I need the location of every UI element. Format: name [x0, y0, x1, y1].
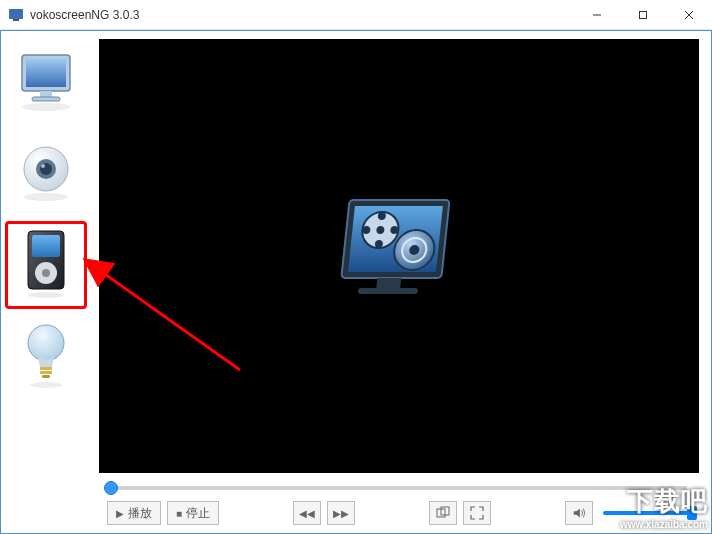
svg-rect-1 — [13, 19, 19, 21]
watermark-title: 下载吧 — [620, 484, 708, 519]
window-mode-button[interactable] — [429, 501, 457, 525]
svg-point-19 — [42, 269, 50, 277]
fullscreen-button[interactable] — [463, 501, 491, 525]
minimize-button[interactable] — [574, 0, 620, 29]
overlap-icon — [436, 506, 450, 520]
window-controls — [574, 0, 712, 29]
forward-button[interactable]: ▶▶ — [327, 501, 355, 525]
player-controls: ▶ 播放 ■ 停止 ◀◀ ▶▶ — [99, 473, 699, 533]
svg-point-14 — [41, 164, 45, 168]
svg-rect-22 — [40, 367, 52, 370]
stop-label: 停止 — [186, 505, 210, 522]
stop-button[interactable]: ■ 停止 — [167, 501, 219, 525]
svg-rect-24 — [42, 375, 50, 378]
svg-rect-8 — [40, 91, 52, 97]
svg-point-20 — [28, 292, 64, 298]
speaker-icon — [572, 506, 586, 520]
svg-point-21 — [28, 325, 64, 361]
rewind-icon: ◀◀ — [299, 508, 315, 519]
ipod-icon — [16, 229, 76, 301]
maximize-button[interactable] — [620, 0, 666, 29]
play-button[interactable]: ▶ 播放 — [107, 501, 161, 525]
lightbulb-icon — [18, 321, 74, 393]
svg-rect-28 — [376, 278, 401, 288]
mute-button[interactable] — [565, 501, 593, 525]
svg-rect-3 — [640, 11, 647, 18]
sidebar-item-misc[interactable] — [5, 313, 87, 401]
titlebar: vokoscreenNG 3.0.3 — [0, 0, 712, 30]
preview-logo-icon — [329, 186, 469, 326]
svg-point-25 — [30, 382, 62, 388]
app-icon — [8, 7, 24, 23]
svg-point-15 — [24, 193, 68, 201]
video-panel: ▶ 播放 ■ 停止 ◀◀ ▶▶ — [91, 31, 711, 533]
play-label: 播放 — [128, 505, 152, 522]
monitor-icon — [14, 49, 78, 113]
seek-slider[interactable] — [107, 479, 691, 497]
fullscreen-icon — [470, 506, 484, 520]
sidebar-item-player[interactable] — [5, 221, 87, 309]
play-icon: ▶ — [116, 508, 124, 519]
watermark: 下载吧 www.xiazaiba.com — [620, 484, 708, 530]
sidebar — [1, 31, 91, 533]
svg-rect-9 — [32, 97, 60, 101]
svg-rect-23 — [40, 371, 52, 374]
rewind-button[interactable]: ◀◀ — [293, 501, 321, 525]
svg-rect-17 — [32, 235, 60, 257]
video-preview[interactable] — [99, 39, 699, 473]
svg-rect-7 — [26, 59, 66, 87]
svg-rect-29 — [358, 288, 419, 294]
sidebar-item-screen[interactable] — [5, 37, 87, 125]
window-title: vokoscreenNG 3.0.3 — [30, 8, 574, 22]
watermark-url: www.xiazaiba.com — [620, 519, 708, 530]
svg-point-10 — [22, 103, 70, 111]
sidebar-item-webcam[interactable] — [5, 129, 87, 217]
close-button[interactable] — [666, 0, 712, 29]
svg-rect-0 — [9, 9, 23, 19]
forward-icon: ▶▶ — [333, 508, 349, 519]
webcam-icon — [14, 141, 78, 205]
stop-icon: ■ — [176, 508, 182, 519]
